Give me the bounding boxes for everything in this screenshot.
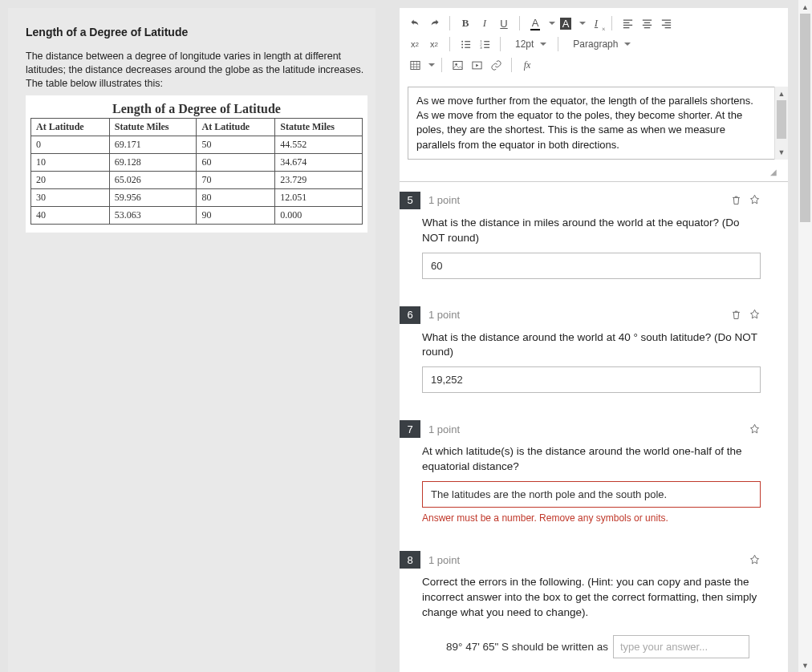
editor-scrollbar[interactable]: ▲ ▼ (774, 87, 788, 160)
svg-point-0 (461, 40, 463, 42)
answer-panel: B I U A A I× x2 (400, 8, 788, 672)
th-statute-miles-2: Statute Miles (275, 118, 363, 136)
table-insert-button[interactable] (406, 56, 424, 74)
question-7: 7 1 point At which latitude(s) is the di… (400, 411, 788, 541)
question-8: 8 1 point Correct the errors in the foll… (400, 541, 788, 672)
highlight-button[interactable]: A (557, 14, 574, 32)
answer-input-q5[interactable] (422, 253, 761, 279)
reference-intro: The distance between a degree of longitu… (26, 50, 367, 91)
table-row: 3059.9568012.051 (31, 188, 363, 206)
question-points: 1 point (428, 309, 460, 321)
table-row: 4053.063900.000 (31, 206, 363, 224)
inline-label-q8: 89° 47' 65" S should be written as (446, 641, 608, 653)
table-row: 069.1715044.552 (31, 136, 363, 153)
align-right-button[interactable] (657, 14, 675, 32)
equation-button[interactable]: fx (518, 56, 536, 74)
question-number: 6 (400, 306, 420, 324)
svg-point-1 (461, 43, 463, 45)
question-prompt: Correct the errors in the following. (Hi… (422, 575, 761, 621)
font-size-select[interactable]: 12pt (507, 35, 551, 53)
svg-point-2 (461, 47, 463, 48)
question-prompt: At which latitude(s) is the distance aro… (422, 444, 761, 475)
text-color-button[interactable]: A (526, 14, 544, 32)
latitude-table: At Latitude Statute Miles At Latitude St… (30, 118, 363, 225)
page-scrollbar[interactable]: ▲ ▼ (798, 0, 812, 672)
highlight-dropdown-icon[interactable] (579, 22, 586, 25)
rich-text-editor: B I U A A I× x2 (400, 8, 788, 182)
editor-scroll-thumb[interactable] (777, 100, 786, 139)
table-row: 2065.0267023.729 (31, 171, 363, 188)
align-left-button[interactable] (619, 14, 636, 32)
align-center-button[interactable] (638, 14, 656, 32)
question-number: 8 (400, 551, 420, 569)
question-5: 5 1 point What is the distance in miles … (400, 182, 788, 297)
pin-icon[interactable] (749, 309, 761, 321)
superscript-button[interactable]: x2 (406, 35, 424, 53)
question-points: 1 point (428, 194, 460, 206)
editor-toolbar: B I U A A I× x2 (400, 8, 788, 79)
th-at-latitude-1: At Latitude (31, 118, 110, 136)
pin-icon[interactable] (749, 423, 761, 435)
editor-content[interactable]: As we move further from the equator, the… (408, 87, 780, 160)
number-list-button[interactable]: 123 (476, 35, 493, 53)
delete-icon[interactable] (730, 194, 742, 206)
link-insert-button[interactable] (487, 56, 505, 74)
question-number: 5 (400, 192, 420, 209)
latitude-table-wrap: Length of a Degree of Latitude At Latitu… (26, 95, 367, 233)
th-at-latitude-2: At Latitude (197, 118, 275, 136)
answer-input-q7[interactable] (422, 481, 761, 508)
reference-panel: Length of a Degree of Latitude The dista… (8, 8, 376, 672)
table-dropdown-icon[interactable] (428, 63, 435, 67)
answer-error-q7: Answer must be a number. Remove any symb… (422, 512, 761, 524)
undo-icon[interactable] (406, 14, 424, 32)
reference-title: Length of a Degree of Latitude (26, 26, 367, 38)
answer-input-q6[interactable] (422, 366, 761, 393)
delete-icon[interactable] (730, 309, 742, 321)
svg-rect-7 (453, 61, 461, 69)
svg-rect-6 (410, 61, 419, 69)
table-title: Length of a Degree of Latitude (30, 99, 363, 118)
underline-button[interactable]: U (495, 14, 513, 32)
answer-input-q8[interactable] (613, 635, 749, 658)
scroll-down-arrow[interactable]: ▼ (798, 658, 812, 672)
text-color-dropdown-icon[interactable] (549, 22, 555, 25)
media-insert-button[interactable] (468, 56, 485, 74)
question-points: 1 point (428, 554, 460, 566)
redo-icon[interactable] (425, 14, 443, 32)
bold-button[interactable]: B (457, 14, 474, 32)
subscript-button[interactable]: x2 (425, 35, 443, 53)
pin-icon[interactable] (749, 194, 761, 206)
editor-resize-handle[interactable]: ◢ (400, 168, 788, 181)
table-header-row: At Latitude Statute Miles At Latitude St… (31, 118, 363, 136)
question-prompt: What is the distance around the world at… (422, 330, 761, 361)
pin-icon[interactable] (749, 554, 761, 566)
image-insert-button[interactable] (449, 56, 466, 74)
question-6: 6 1 point What is the distance around th… (400, 297, 788, 411)
editor-scroll-up-icon[interactable]: ▲ (775, 87, 788, 100)
bullet-list-button[interactable] (457, 35, 474, 53)
paragraph-style-select[interactable]: Paragraph (565, 35, 635, 53)
question-points: 1 point (428, 423, 460, 435)
italic-button[interactable]: I (476, 14, 493, 32)
clear-format-button[interactable]: I× (587, 14, 605, 32)
question-number: 7 (400, 420, 420, 438)
question-prompt: What is the distance in miles around the… (422, 216, 761, 246)
editor-scroll-down-icon[interactable]: ▼ (775, 146, 788, 160)
table-row: 1069.1286034.674 (31, 153, 363, 171)
th-statute-miles-1: Statute Miles (109, 118, 197, 136)
scroll-thumb[interactable] (800, 14, 810, 222)
svg-text:3: 3 (480, 45, 482, 49)
scroll-up-arrow[interactable]: ▲ (798, 0, 812, 14)
